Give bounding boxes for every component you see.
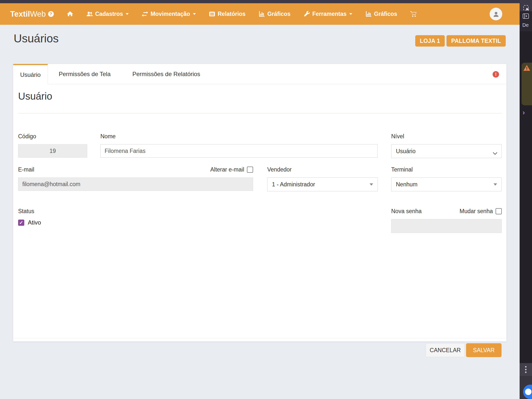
user-avatar[interactable]: [490, 8, 502, 20]
nav-item-graficos-2[interactable]: Gráficos: [365, 11, 397, 17]
codigo-label: Código: [18, 133, 87, 140]
nav-item-relatorios[interactable]: Relatórios: [209, 11, 245, 17]
brand-logo[interactable]: TextilWeb: [10, 10, 54, 19]
chevron-down-icon: [493, 150, 498, 156]
tab-bar: Usuário Permissões de Tela Permissões de…: [13, 64, 506, 84]
email-label: E-mail: [18, 166, 34, 173]
nav-item-home[interactable]: [67, 11, 73, 17]
validation-alert-icon[interactable]: [493, 71, 499, 78]
terminal-select[interactable]: Nenhum: [391, 177, 502, 191]
home-icon: [67, 11, 73, 17]
users-icon: [86, 11, 93, 17]
company-badge[interactable]: PALLOMA TEXTIL: [446, 35, 506, 47]
header-badges: LOJA 1 PALLOMA TEXTIL: [415, 35, 506, 47]
tab-permissoes-tela[interactable]: Permissões de Tela: [48, 64, 121, 84]
main-navbar: TextilWeb Cadastros Movimentação Relatór…: [0, 3, 520, 25]
chart-icon: [365, 11, 372, 17]
field-terminal: Terminal Nenhum: [391, 166, 502, 191]
tab-permissoes-relatorios[interactable]: Permissões de Relatórios: [121, 64, 211, 84]
chart-icon: [258, 11, 265, 17]
save-button[interactable]: SALVAR: [466, 343, 502, 357]
side-panel-label: De: [522, 22, 529, 28]
nav-item-graficos[interactable]: Gráficos: [258, 11, 290, 17]
chevron-down-icon: [126, 13, 129, 15]
alterar-email-label: Alterar e-mail: [210, 166, 244, 173]
nav-item-cadastros[interactable]: Cadastros: [86, 11, 129, 17]
nome-input[interactable]: [100, 144, 378, 158]
nivel-select-value: Usuário: [396, 148, 415, 155]
field-nome: Nome: [100, 133, 378, 158]
nav-item-label: Ferramentas: [312, 11, 347, 17]
nav-item-label: Gráficos: [267, 11, 290, 17]
page-title: Usuários: [14, 32, 59, 45]
ativo-label: Ativo: [28, 219, 41, 226]
section-divider: [18, 113, 502, 114]
side-panel-bottom-section: [520, 376, 532, 399]
status-label: Status: [18, 208, 142, 215]
nav-item-cart[interactable]: [410, 11, 417, 17]
tab-usuario[interactable]: Usuário: [13, 64, 48, 85]
kebab-menu-icon[interactable]: [525, 366, 527, 373]
help-icon[interactable]: [48, 11, 54, 17]
chevron-down-icon: [349, 13, 352, 15]
nav-item-ferramentas[interactable]: Ferramentas: [303, 11, 352, 17]
cancel-button[interactable]: CANCELAR: [426, 343, 465, 357]
warning-panel[interactable]: [522, 63, 532, 105]
swap-icon: [142, 11, 148, 17]
extension-fab-icon[interactable]: [523, 385, 532, 399]
browser-side-panel: De ›: [520, 0, 532, 399]
vendedor-label: Vendedor: [267, 166, 378, 173]
dock-panel-icon[interactable]: [523, 13, 529, 20]
person-icon: [492, 10, 500, 18]
field-codigo: Código: [18, 133, 87, 158]
brand-bold: Textil: [10, 10, 30, 18]
report-icon: [209, 11, 215, 17]
alterar-email-checkbox[interactable]: [247, 167, 253, 173]
store-badge[interactable]: LOJA 1: [415, 35, 445, 47]
nav-item-label: Relatórios: [218, 11, 245, 17]
side-panel-menu-section: [520, 363, 532, 376]
nome-label: Nome: [100, 133, 378, 140]
dropdown-arrow-icon: [494, 183, 497, 186]
user-form-card: Usuário Permissões de Tela Permissões de…: [13, 64, 506, 342]
expand-chevron-icon[interactable]: ›: [523, 109, 525, 116]
terminal-select-value: Nenhum: [396, 181, 417, 188]
cart-icon: [410, 11, 417, 17]
form-footer: CANCELAR SALVAR: [13, 338, 506, 362]
nivel-label: Nível: [391, 133, 502, 140]
nav-item-movimentacao[interactable]: Movimentação: [142, 11, 196, 17]
wrench-icon: [303, 11, 310, 17]
field-nova-senha: Nova senha Mudar senha: [391, 208, 502, 233]
field-vendedor: Vendedor 1 - Administrador: [267, 166, 378, 191]
browser-top-band: [0, 0, 532, 3]
nav-item-label: Movimentação: [150, 11, 190, 17]
nav-item-label: Cadastros: [95, 11, 123, 17]
mudar-senha-label: Mudar senha: [460, 208, 493, 215]
tab-panel-usuario: Usuário Código Nome Nível Usuário E-mail…: [13, 84, 506, 342]
ativo-checkbox[interactable]: [18, 220, 24, 226]
brand-text: TextilWeb: [10, 10, 46, 19]
chevron-down-icon: [193, 13, 196, 15]
mudar-senha-checkbox[interactable]: [496, 208, 502, 214]
codigo-input: [18, 144, 87, 158]
email-input: [18, 177, 253, 191]
nova-senha-input: [391, 219, 502, 233]
section-title: Usuário: [18, 91, 52, 102]
side-panel-header: [520, 0, 532, 11]
field-nivel: Nível Usuário: [391, 133, 502, 158]
brand-light: Web: [30, 10, 46, 18]
warning-icon: [523, 65, 531, 71]
vendedor-select-value: 1 - Administrador: [272, 181, 315, 188]
nova-senha-label: Nova senha: [391, 208, 422, 215]
nav-item-label: Gráficos: [374, 11, 397, 17]
field-status: Status Ativo: [18, 208, 142, 226]
field-email: E-mail Alterar e-mail: [18, 166, 253, 191]
element-picker-icon[interactable]: [523, 5, 529, 10]
vendedor-select[interactable]: 1 - Administrador: [267, 177, 378, 191]
side-panel-dock-section: De: [520, 11, 532, 31]
terminal-label: Terminal: [391, 166, 502, 173]
nivel-select[interactable]: Usuário: [391, 144, 502, 158]
dropdown-arrow-icon: [370, 183, 373, 186]
